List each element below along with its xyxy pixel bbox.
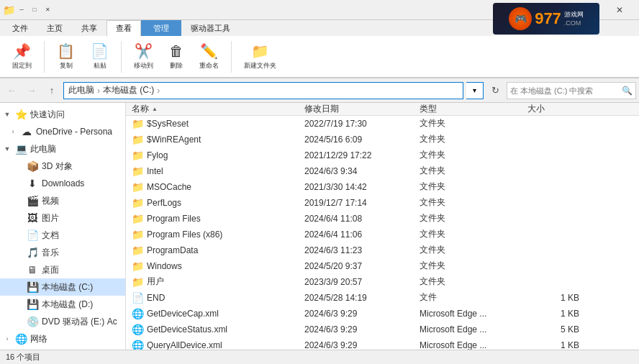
sidebar-item-desktop[interactable]: 🖥 桌面 xyxy=(0,261,125,278)
logo-number: 977 xyxy=(535,9,561,28)
move-label: 移动到 xyxy=(134,61,153,70)
sidebar-item-network[interactable]: › 🌐 网络 xyxy=(0,330,125,347)
close-button[interactable]: ✕ xyxy=(603,0,636,20)
computer-icon: 💻 xyxy=(14,143,27,155)
document-icon: 📄 xyxy=(26,229,39,241)
file-type: 文件夹 xyxy=(420,133,445,145)
file-name: Program Files (x86) xyxy=(147,229,222,240)
table-row[interactable]: 🌐 GetDeviceStatus.xml 2024/6/3 9:29 Micr… xyxy=(126,322,639,337)
table-row[interactable]: 📁 $WinREAgent 2024/5/16 6:09 文件夹 xyxy=(126,132,639,147)
move-icon: ✂️ xyxy=(135,42,153,60)
expand-icon-network: › xyxy=(3,335,12,342)
file-modified-col: 2023/3/9 20:57 xyxy=(302,277,417,287)
table-row[interactable]: 📁 PerfLogs 2019/12/7 17:14 文件夹 xyxy=(126,195,639,211)
table-row[interactable]: 🌐 QueryAllDevice.xml 2024/6/3 9:29 Micro… xyxy=(126,337,639,350)
tab-manage[interactable]: 管理 xyxy=(141,20,181,36)
col-header-size[interactable]: 大小 xyxy=(525,103,582,115)
ribbon-content: 📌 固定到 📋 复制 📄 粘贴 ✂️ 移动到 🗑 删除 ✏️ 重命名 📁 新建文… xyxy=(0,36,639,78)
tab-view[interactable]: 查看 xyxy=(106,20,141,37)
delete-button[interactable]: 🗑 删除 xyxy=(163,40,190,74)
cloud-icon: ☁ xyxy=(20,126,33,137)
sidebar-label-3d: 3D 对象 xyxy=(42,160,119,173)
file-type: 文件夹 xyxy=(420,244,445,256)
sidebar-item-music[interactable]: 🎵 音乐 xyxy=(0,244,125,261)
sidebar: ▼ ⭐ 快速访问 › ☁ OneDrive - Persona ▼ 💻 此电脑 … xyxy=(0,103,126,350)
sidebar-item-quick-access[interactable]: ▼ ⭐ 快速访问 xyxy=(0,106,125,123)
table-row[interactable]: 📁 Fylog 2021/12/29 17:22 文件夹 xyxy=(126,147,639,163)
file-type-col: 文件夹 xyxy=(417,244,525,256)
file-size-col: 1 KB xyxy=(525,309,582,319)
sidebar-label-network: 网络 xyxy=(30,333,119,345)
search-box[interactable]: 🔍 xyxy=(507,82,636,99)
rename-button[interactable]: ✏️ 重命名 xyxy=(193,40,225,74)
file-modified: 2024/5/16 6:09 xyxy=(304,135,362,145)
address-bar: ← → ↑ 此电脑 › 本地磁盘 (C:) › ▾ ↻ 🔍 xyxy=(0,78,639,103)
file-name-col: 🌐 GetDeviceStatus.xml xyxy=(129,324,302,335)
sidebar-item-downloads[interactable]: ⬇ Downloads xyxy=(0,175,125,192)
file-modified-col: 2024/6/3 9:29 xyxy=(302,340,417,350)
file-name: Fylog xyxy=(147,150,168,160)
sidebar-item-videos[interactable]: 🎬 视频 xyxy=(0,192,125,209)
file-modified-col: 2024/5/20 9:37 xyxy=(302,261,417,271)
network-icon: 🌐 xyxy=(14,333,27,345)
table-row[interactable]: 📁 Program Files 2024/6/4 11:08 文件夹 xyxy=(126,211,639,227)
search-input[interactable] xyxy=(510,86,622,95)
move-button[interactable]: ✂️ 移动到 xyxy=(127,40,160,74)
file-modified-col: 2024/5/16 6:09 xyxy=(302,135,417,145)
table-row[interactable]: 🌐 GetDeviceCap.xml 2024/6/3 9:29 Microso… xyxy=(126,306,639,322)
table-row[interactable]: 📁 Windows 2024/5/20 9:37 文件夹 xyxy=(126,258,639,274)
expand-icon-quick-access: ▼ xyxy=(3,111,12,118)
file-area: 名称 ▲ 修改日期 类型 大小 📁 $SysReset 2022/7/19 17… xyxy=(126,103,639,350)
sidebar-item-documents[interactable]: 📄 文档 xyxy=(0,227,125,244)
new-folder-label: 新建文件夹 xyxy=(244,61,276,70)
sidebar-item-pictures[interactable]: 🖼 图片 xyxy=(0,209,125,227)
paste-button[interactable]: 📄 粘贴 xyxy=(84,40,115,74)
table-row[interactable]: 📁 MSOCache 2021/3/30 14:42 文件夹 xyxy=(126,179,639,195)
sidebar-item-onedrive[interactable]: › ☁ OneDrive - Persona xyxy=(0,123,125,140)
sidebar-item-dvd[interactable]: 💿 DVD 驱动器 (E:) Ac xyxy=(0,313,125,330)
file-name: GetDeviceCap.xml xyxy=(147,309,219,319)
paste-icon: 📄 xyxy=(91,42,109,60)
table-row[interactable]: 📁 用户 2023/3/9 20:57 文件夹 xyxy=(126,274,639,290)
table-row[interactable]: 📁 Program Files (x86) 2024/6/4 11:06 文件夹 xyxy=(126,227,639,242)
sidebar-item-this-pc[interactable]: ▼ 💻 此电脑 xyxy=(0,140,125,158)
col-header-modified[interactable]: 修改日期 xyxy=(302,103,417,115)
tab-file[interactable]: 文件 xyxy=(3,20,37,36)
col-header-name[interactable]: 名称 ▲ xyxy=(129,103,302,115)
tab-home[interactable]: 主页 xyxy=(37,20,72,36)
back-button[interactable]: ← xyxy=(3,82,20,99)
table-row[interactable]: 📁 $SysReset 2022/7/19 17:30 文件夹 xyxy=(126,116,639,132)
pin-label: 固定到 xyxy=(12,61,32,70)
forward-button[interactable]: → xyxy=(23,82,40,99)
up-button[interactable]: ↑ xyxy=(43,82,60,99)
search-icon[interactable]: 🔍 xyxy=(622,86,633,96)
sidebar-item-3d-objects[interactable]: 📦 3D 对象 xyxy=(0,158,125,175)
table-row[interactable]: 📁 Intel 2024/6/3 9:34 文件夹 xyxy=(126,163,639,179)
video-icon: 🎬 xyxy=(26,195,39,206)
sort-arrow-name: ▲ xyxy=(152,106,158,112)
table-row[interactable]: 📄 END 2024/5/28 14:19 文件 1 KB xyxy=(126,290,639,306)
title-bar: 📁 ─ □ ✕ 🎮 977 游戏网 .COM ─ □ ✕ xyxy=(0,0,639,20)
file-icon: 📄 xyxy=(132,292,144,304)
file-type-col: 文件夹 xyxy=(417,212,525,224)
pin-button[interactable]: 📌 固定到 xyxy=(6,40,38,74)
sidebar-item-local-d[interactable]: 💾 本地磁盘 (D:) xyxy=(0,296,125,313)
new-folder-button[interactable]: 📁 新建文件夹 xyxy=(237,40,283,74)
col-header-type[interactable]: 类型 xyxy=(417,103,525,115)
copy-button[interactable]: 📋 复制 xyxy=(50,40,81,74)
breadcrumb: 此电脑 › 本地磁盘 (C:) › xyxy=(68,84,161,96)
address-dropdown-button[interactable]: ▾ xyxy=(466,82,484,99)
address-field[interactable]: 此电脑 › 本地磁盘 (C:) › xyxy=(63,82,463,99)
tab-share[interactable]: 共享 xyxy=(72,20,106,36)
file-name-col: 🌐 QueryAllDevice.xml xyxy=(129,340,302,350)
sidebar-label-local-c: 本地磁盘 (C:) xyxy=(42,281,119,294)
file-type-col: 文件夹 xyxy=(417,228,525,240)
sidebar-item-local-c[interactable]: 💾 本地磁盘 (C:) xyxy=(0,278,125,296)
table-row[interactable]: 📁 ProgramData 2024/6/3 11:23 文件夹 xyxy=(126,242,639,258)
folder-icon: 📁 xyxy=(3,4,14,16)
drive-c-icon: 💾 xyxy=(26,281,39,293)
ribbon-separator-1 xyxy=(44,41,45,73)
tab-driver-tools[interactable]: 驱动器工具 xyxy=(181,20,240,36)
refresh-button[interactable]: ↻ xyxy=(486,82,504,99)
file-name: Program Files xyxy=(147,214,201,224)
